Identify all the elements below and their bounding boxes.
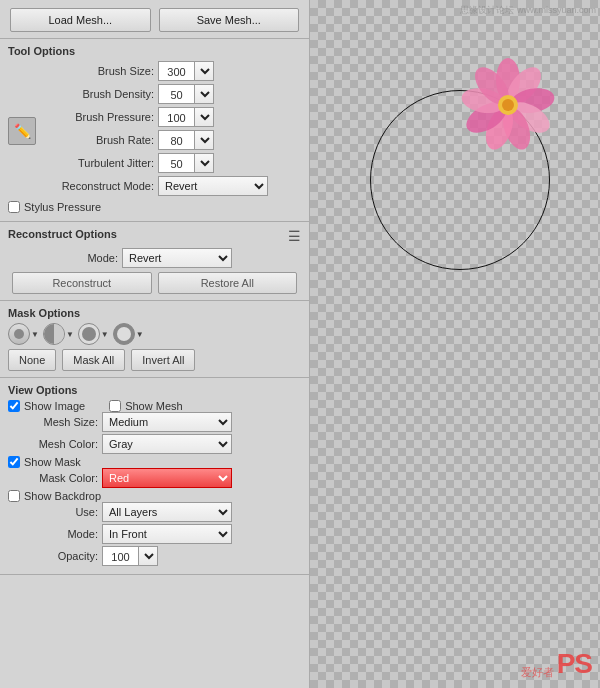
- mesh-color-label: Mesh Color:: [28, 438, 98, 450]
- reconstruct-buttons: Reconstruct Restore All: [8, 272, 301, 294]
- mask-options-title: Mask Options: [8, 307, 301, 319]
- brush-rate-value: 80: [158, 130, 194, 150]
- save-mesh-button[interactable]: Save Mesh...: [159, 8, 300, 32]
- tool-settings: Brush Size: 300 ▼ Brush Density: 50 ▼: [44, 61, 301, 199]
- tool-options-title: Tool Options: [8, 45, 301, 57]
- brush-size-value: 300: [158, 61, 194, 81]
- mask-icons-row: ▼ ▼ ▼: [8, 323, 301, 345]
- brush-rate-label: Brush Rate:: [44, 134, 154, 146]
- svg-point-10: [502, 99, 514, 111]
- left-panel: Load Mesh... Save Mesh... Tool Options ✏…: [0, 0, 310, 688]
- reconstruct-mode-label2: Mode:: [8, 252, 118, 264]
- view-options-title: View Options: [8, 384, 301, 396]
- mask-color-row: Mask Color: Red: [28, 468, 301, 488]
- tool-options-section: Tool Options ✏️ Brush Size: 300 ▼: [0, 39, 309, 222]
- stylus-pressure-label: Stylus Pressure: [24, 201, 101, 213]
- opacity-row: Opacity: 100 ▼: [28, 546, 301, 566]
- turbulent-jitter-row: Turbulent Jitter: 50 ▼: [44, 153, 301, 173]
- stylus-pressure-checkbox-label[interactable]: Stylus Pressure: [8, 201, 101, 213]
- view-options-section: View Options Show Image Show Mesh Mesh S…: [0, 378, 309, 575]
- brush-size-row: Brush Size: 300 ▼: [44, 61, 301, 81]
- mesh-size-label: Mesh Size:: [28, 416, 98, 428]
- reconstruct-button[interactable]: Reconstruct: [12, 272, 152, 294]
- turbulent-jitter-select[interactable]: ▼: [194, 153, 214, 173]
- mask-options-section: Mask Options ▼ ▼: [0, 301, 309, 378]
- reconstruct-mode-select2[interactable]: Revert: [122, 248, 232, 268]
- mask-icon-4[interactable]: ▼: [113, 323, 144, 345]
- show-image-label: Show Image: [24, 400, 85, 412]
- reconstruct-mode-select[interactable]: Revert: [158, 176, 268, 196]
- brush-size-label: Brush Size:: [44, 65, 154, 77]
- turbulent-jitter-value: 50: [158, 153, 194, 173]
- mask-all-button[interactable]: Mask All: [62, 349, 125, 371]
- brush-rate-select[interactable]: ▼: [194, 130, 214, 150]
- brush-rate-row: Brush Rate: 80 ▼: [44, 130, 301, 150]
- ps-watermark: PS: [557, 648, 592, 680]
- top-watermark: 思缘设计论坛 www.missyuan.com: [460, 4, 596, 17]
- brush-density-control: 50 ▼: [158, 84, 214, 104]
- mask-color-select[interactable]: Red: [102, 468, 232, 488]
- brush-pressure-select[interactable]: ▼: [194, 107, 214, 127]
- stylus-pressure-row: Stylus Pressure: [8, 201, 301, 213]
- show-mesh-checkbox-group: Show Mesh: [109, 400, 182, 412]
- mask-buttons-row: None Mask All Invert All: [8, 349, 301, 371]
- mesh-size-select[interactable]: Medium: [102, 412, 232, 432]
- show-mesh-checkbox-label[interactable]: Show Mesh: [109, 400, 182, 412]
- reconstruct-options-menu-icon[interactable]: ☰: [288, 228, 301, 244]
- show-backdrop-checkbox-label[interactable]: Show Backdrop: [8, 490, 101, 502]
- mask-icon-3[interactable]: ▼: [78, 323, 109, 345]
- show-mask-row: Show Mask: [8, 456, 301, 468]
- stylus-pressure-checkbox[interactable]: [8, 201, 20, 213]
- show-mesh-label: Show Mesh: [125, 400, 182, 412]
- use-select[interactable]: All Layers: [102, 502, 232, 522]
- brush-size-select[interactable]: ▼: [194, 61, 214, 81]
- opacity-select[interactable]: ▼: [138, 546, 158, 566]
- opacity-value: 100: [102, 546, 138, 566]
- none-button[interactable]: None: [8, 349, 56, 371]
- reconstruct-options-header: Reconstruct Options ☰: [8, 228, 301, 244]
- mask-color-label: Mask Color:: [28, 472, 98, 484]
- show-image-checkbox-label[interactable]: Show Image: [8, 400, 85, 412]
- mask-arrow-4: ▼: [136, 330, 144, 339]
- load-mesh-button[interactable]: Load Mesh...: [10, 8, 151, 32]
- brush-density-value: 50: [158, 84, 194, 104]
- flower-image: [458, 55, 558, 155]
- mode-label: Mode:: [28, 528, 98, 540]
- mesh-color-select[interactable]: Gray: [102, 434, 232, 454]
- show-mask-label: Show Mask: [24, 456, 81, 468]
- opacity-control: 100 ▼: [102, 546, 158, 566]
- brush-density-select[interactable]: ▼: [194, 84, 214, 104]
- ps-sub-watermark: 爱好者: [521, 665, 554, 680]
- tool-icon-row: ✏️ Brush Size: 300 ▼ Brush Density:: [8, 61, 301, 199]
- show-mesh-checkbox[interactable]: [109, 400, 121, 412]
- mesh-color-row: Mesh Color: Gray: [28, 434, 301, 454]
- show-mask-checkbox[interactable]: [8, 456, 20, 468]
- mask-arrow-1: ▼: [31, 330, 39, 339]
- brush-rate-control: 80 ▼: [158, 130, 214, 150]
- show-backdrop-row: Show Backdrop: [8, 490, 301, 502]
- show-image-row: Show Image Show Mesh: [8, 400, 301, 412]
- reconstruct-options-section: Reconstruct Options ☰ Mode: Revert Recon…: [0, 222, 309, 301]
- turbulent-jitter-label: Turbulent Jitter:: [44, 157, 154, 169]
- brush-pressure-row: Brush Pressure: 100 ▼: [44, 107, 301, 127]
- show-backdrop-checkbox[interactable]: [8, 490, 20, 502]
- mask-icon-1[interactable]: ▼: [8, 323, 39, 345]
- mask-icon-2[interactable]: ▼: [43, 323, 74, 345]
- opacity-label: Opacity:: [28, 550, 98, 562]
- reconstruct-mode-label: Reconstruct Mode:: [44, 180, 154, 192]
- mesh-size-row: Mesh Size: Medium: [28, 412, 301, 432]
- restore-all-button[interactable]: Restore All: [158, 272, 298, 294]
- brush-density-label: Brush Density:: [44, 88, 154, 100]
- invert-all-button[interactable]: Invert All: [131, 349, 195, 371]
- mode-select[interactable]: In Front: [102, 524, 232, 544]
- turbulent-jitter-control: 50 ▼: [158, 153, 214, 173]
- brush-pressure-label: Brush Pressure:: [44, 111, 154, 123]
- show-mask-checkbox-label[interactable]: Show Mask: [8, 456, 81, 468]
- show-backdrop-label: Show Backdrop: [24, 490, 101, 502]
- mask-arrow-2: ▼: [66, 330, 74, 339]
- use-label: Use:: [28, 506, 98, 518]
- top-buttons: Load Mesh... Save Mesh...: [0, 0, 309, 39]
- brush-pressure-control: 100 ▼: [158, 107, 214, 127]
- tool-icon-button[interactable]: ✏️: [8, 117, 36, 145]
- show-image-checkbox[interactable]: [8, 400, 20, 412]
